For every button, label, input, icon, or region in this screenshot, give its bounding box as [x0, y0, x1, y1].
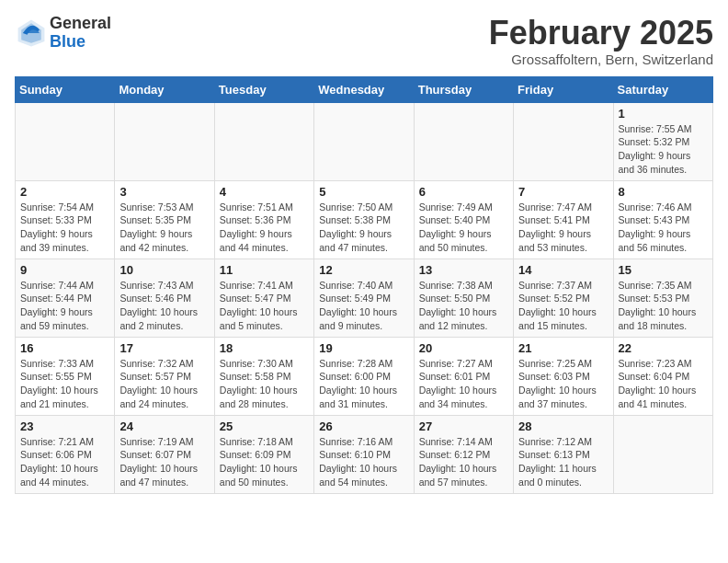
calendar-cell: 25Sunrise: 7:18 AM Sunset: 6:09 PM Dayli…	[214, 415, 313, 493]
day-number: 17	[119, 341, 209, 355]
day-info: Sunrise: 7:35 AM Sunset: 5:53 PM Dayligh…	[619, 279, 708, 333]
day-number: 25	[220, 419, 309, 433]
day-number: 8	[619, 185, 708, 199]
day-info: Sunrise: 7:27 AM Sunset: 6:01 PM Dayligh…	[419, 357, 508, 411]
day-number: 23	[20, 419, 109, 433]
logo-blue: Blue	[50, 33, 111, 52]
day-info: Sunrise: 7:46 AM Sunset: 5:43 PM Dayligh…	[619, 201, 708, 255]
calendar-cell	[514, 102, 613, 180]
calendar-cell	[414, 102, 513, 180]
day-info: Sunrise: 7:49 AM Sunset: 5:40 PM Dayligh…	[419, 201, 508, 255]
weekday-header-saturday: Saturday	[613, 76, 712, 102]
location-title: Grossaffoltern, Bern, Switzerland	[489, 52, 713, 67]
calendar-cell: 7Sunrise: 7:47 AM Sunset: 5:41 PM Daylig…	[514, 180, 613, 259]
calendar-cell: 28Sunrise: 7:12 AM Sunset: 6:13 PM Dayli…	[514, 415, 613, 493]
page-header: General Blue February 2025 Grossaffolter…	[15, 15, 713, 67]
calendar-cell: 1Sunrise: 7:55 AM Sunset: 5:32 PM Daylig…	[613, 102, 712, 180]
day-info: Sunrise: 7:40 AM Sunset: 5:49 PM Dayligh…	[319, 279, 408, 333]
month-title: February 2025	[489, 15, 713, 52]
day-info: Sunrise: 7:16 AM Sunset: 6:10 PM Dayligh…	[319, 435, 408, 489]
day-number: 10	[119, 263, 209, 277]
day-number: 5	[319, 185, 408, 199]
week-row-4: 16Sunrise: 7:33 AM Sunset: 5:55 PM Dayli…	[16, 337, 713, 415]
day-number: 26	[319, 419, 408, 433]
day-info: Sunrise: 7:23 AM Sunset: 6:04 PM Dayligh…	[619, 357, 708, 411]
day-info: Sunrise: 7:43 AM Sunset: 5:46 PM Dayligh…	[119, 279, 209, 333]
weekday-header-monday: Monday	[115, 76, 214, 102]
calendar-cell: 12Sunrise: 7:40 AM Sunset: 5:49 PM Dayli…	[314, 259, 414, 337]
calendar-cell: 22Sunrise: 7:23 AM Sunset: 6:04 PM Dayli…	[613, 337, 712, 415]
weekday-header-wednesday: Wednesday	[314, 76, 414, 102]
week-row-3: 9Sunrise: 7:44 AM Sunset: 5:44 PM Daylig…	[16, 259, 713, 337]
day-info: Sunrise: 7:33 AM Sunset: 5:55 PM Dayligh…	[20, 357, 109, 411]
day-info: Sunrise: 7:32 AM Sunset: 5:57 PM Dayligh…	[119, 357, 209, 411]
calendar-cell: 21Sunrise: 7:25 AM Sunset: 6:03 PM Dayli…	[514, 337, 613, 415]
calendar-cell: 5Sunrise: 7:50 AM Sunset: 5:38 PM Daylig…	[314, 180, 414, 259]
day-info: Sunrise: 7:50 AM Sunset: 5:38 PM Dayligh…	[319, 201, 408, 255]
logo: General Blue	[15, 15, 111, 52]
calendar-cell: 13Sunrise: 7:38 AM Sunset: 5:50 PM Dayli…	[414, 259, 513, 337]
day-number: 19	[319, 341, 408, 355]
calendar-cell: 27Sunrise: 7:14 AM Sunset: 6:12 PM Dayli…	[414, 415, 513, 493]
day-info: Sunrise: 7:19 AM Sunset: 6:07 PM Dayligh…	[119, 435, 209, 489]
calendar-cell: 11Sunrise: 7:41 AM Sunset: 5:47 PM Dayli…	[214, 259, 313, 337]
day-info: Sunrise: 7:18 AM Sunset: 6:09 PM Dayligh…	[220, 435, 309, 489]
day-number: 28	[518, 419, 608, 433]
day-info: Sunrise: 7:38 AM Sunset: 5:50 PM Dayligh…	[419, 279, 508, 333]
logo-icon	[15, 17, 48, 50]
day-number: 15	[619, 263, 708, 277]
day-number: 18	[220, 341, 309, 355]
day-number: 14	[518, 263, 608, 277]
weekday-header-row: SundayMondayTuesdayWednesdayThursdayFrid…	[16, 76, 713, 102]
calendar-cell: 16Sunrise: 7:33 AM Sunset: 5:55 PM Dayli…	[16, 337, 115, 415]
calendar-cell: 17Sunrise: 7:32 AM Sunset: 5:57 PM Dayli…	[115, 337, 214, 415]
day-number: 11	[220, 263, 309, 277]
day-info: Sunrise: 7:28 AM Sunset: 6:00 PM Dayligh…	[319, 357, 408, 411]
day-info: Sunrise: 7:54 AM Sunset: 5:33 PM Dayligh…	[20, 201, 109, 255]
day-info: Sunrise: 7:53 AM Sunset: 5:35 PM Dayligh…	[119, 201, 209, 255]
calendar-cell	[613, 415, 712, 493]
day-info: Sunrise: 7:47 AM Sunset: 5:41 PM Dayligh…	[518, 201, 608, 255]
day-info: Sunrise: 7:21 AM Sunset: 6:06 PM Dayligh…	[20, 435, 109, 489]
weekday-header-tuesday: Tuesday	[214, 76, 313, 102]
calendar-cell: 2Sunrise: 7:54 AM Sunset: 5:33 PM Daylig…	[16, 180, 115, 259]
calendar-cell: 24Sunrise: 7:19 AM Sunset: 6:07 PM Dayli…	[115, 415, 214, 493]
title-block: February 2025 Grossaffoltern, Bern, Swit…	[489, 15, 713, 67]
day-info: Sunrise: 7:37 AM Sunset: 5:52 PM Dayligh…	[518, 279, 608, 333]
calendar-cell: 14Sunrise: 7:37 AM Sunset: 5:52 PM Dayli…	[514, 259, 613, 337]
day-info: Sunrise: 7:25 AM Sunset: 6:03 PM Dayligh…	[518, 357, 608, 411]
weekday-header-friday: Friday	[514, 76, 613, 102]
week-row-1: 1Sunrise: 7:55 AM Sunset: 5:32 PM Daylig…	[16, 102, 713, 180]
day-number: 6	[419, 185, 508, 199]
day-number: 1	[619, 107, 708, 121]
calendar-cell: 10Sunrise: 7:43 AM Sunset: 5:46 PM Dayli…	[115, 259, 214, 337]
calendar-cell: 9Sunrise: 7:44 AM Sunset: 5:44 PM Daylig…	[16, 259, 115, 337]
day-number: 20	[419, 341, 508, 355]
day-info: Sunrise: 7:12 AM Sunset: 6:13 PM Dayligh…	[518, 435, 608, 489]
day-number: 16	[20, 341, 109, 355]
day-number: 2	[20, 185, 109, 199]
calendar-cell: 26Sunrise: 7:16 AM Sunset: 6:10 PM Dayli…	[314, 415, 414, 493]
day-info: Sunrise: 7:55 AM Sunset: 5:32 PM Dayligh…	[619, 122, 708, 177]
day-info: Sunrise: 7:30 AM Sunset: 5:58 PM Dayligh…	[220, 357, 309, 411]
day-number: 13	[419, 263, 508, 277]
calendar-cell	[16, 102, 115, 180]
calendar-cell: 18Sunrise: 7:30 AM Sunset: 5:58 PM Dayli…	[214, 337, 313, 415]
day-number: 22	[619, 341, 708, 355]
week-row-5: 23Sunrise: 7:21 AM Sunset: 6:06 PM Dayli…	[16, 415, 713, 493]
weekday-header-thursday: Thursday	[414, 76, 513, 102]
day-info: Sunrise: 7:51 AM Sunset: 5:36 PM Dayligh…	[220, 201, 309, 255]
calendar-table: SundayMondayTuesdayWednesdayThursdayFrid…	[15, 76, 713, 494]
weekday-header-sunday: Sunday	[16, 76, 115, 102]
day-info: Sunrise: 7:44 AM Sunset: 5:44 PM Dayligh…	[20, 279, 109, 333]
calendar-cell	[115, 102, 214, 180]
logo-general: General	[50, 15, 111, 33]
week-row-2: 2Sunrise: 7:54 AM Sunset: 5:33 PM Daylig…	[16, 180, 713, 259]
calendar-cell: 20Sunrise: 7:27 AM Sunset: 6:01 PM Dayli…	[414, 337, 513, 415]
day-number: 27	[419, 419, 508, 433]
calendar-cell: 3Sunrise: 7:53 AM Sunset: 5:35 PM Daylig…	[115, 180, 214, 259]
calendar-cell: 19Sunrise: 7:28 AM Sunset: 6:00 PM Dayli…	[314, 337, 414, 415]
day-number: 4	[220, 185, 309, 199]
day-number: 7	[518, 185, 608, 199]
calendar-cell: 4Sunrise: 7:51 AM Sunset: 5:36 PM Daylig…	[214, 180, 313, 259]
